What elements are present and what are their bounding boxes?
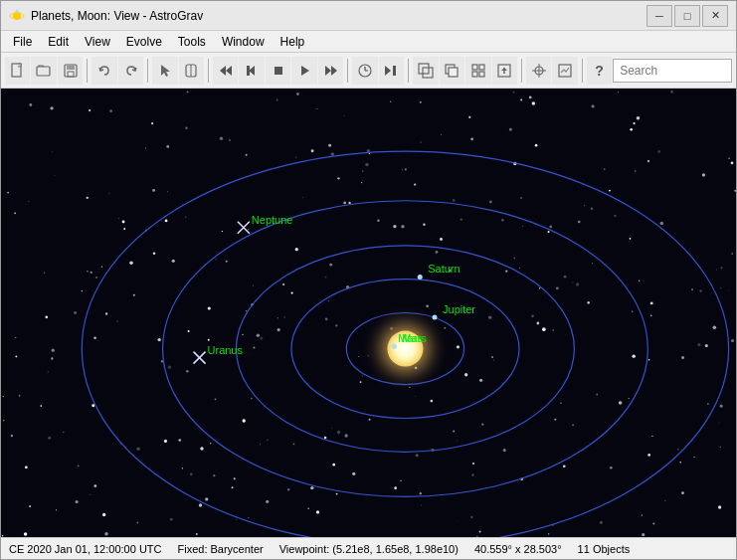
step-forward-fast-button[interactable] bbox=[318, 57, 343, 85]
open-button[interactable] bbox=[31, 57, 56, 85]
stop-button[interactable] bbox=[266, 57, 290, 85]
svg-rect-14 bbox=[275, 67, 282, 75]
hand-button[interactable] bbox=[179, 57, 204, 85]
crosshair-button[interactable] bbox=[526, 57, 551, 85]
svg-rect-30 bbox=[479, 72, 484, 77]
titlebar-left: Planets, Moon: View - AstroGrav bbox=[9, 8, 203, 24]
svg-rect-13 bbox=[247, 66, 250, 76]
redo-button[interactable] bbox=[118, 57, 143, 85]
svg-marker-10 bbox=[220, 66, 226, 76]
status-viewpoint: Viewpoint: (5.21e8, 1.65e8, 1.98e10) bbox=[279, 543, 459, 555]
status-coords: 40.559° x 28.503° bbox=[474, 543, 562, 555]
toolbar-sep-2 bbox=[147, 59, 148, 83]
status-objects: 11 Objects bbox=[578, 543, 631, 555]
menu-item-window[interactable]: Window bbox=[214, 31, 273, 52]
canvas-area bbox=[1, 89, 736, 537]
statusbar: CE 2020 Jan 01, 12:00:00 UTC Fixed: Bary… bbox=[1, 537, 736, 559]
svg-rect-6 bbox=[67, 65, 75, 70]
svg-rect-24 bbox=[423, 68, 433, 78]
svg-rect-4 bbox=[37, 67, 50, 76]
svg-marker-11 bbox=[226, 66, 232, 76]
menu-item-tools[interactable]: Tools bbox=[170, 31, 214, 52]
titlebar-controls: ─ □ ✕ bbox=[646, 5, 728, 27]
save-button[interactable] bbox=[58, 57, 83, 85]
toolbar: ? bbox=[1, 53, 736, 89]
select-mode-button[interactable] bbox=[152, 57, 177, 85]
svg-marker-17 bbox=[331, 66, 337, 76]
svg-point-1 bbox=[16, 9, 19, 12]
step-back-button[interactable] bbox=[239, 57, 264, 85]
titlebar: Planets, Moon: View - AstroGrav ─ □ ✕ bbox=[1, 1, 736, 31]
zoom-button[interactable] bbox=[413, 57, 438, 85]
status-fixed: Fixed: Barycenter bbox=[177, 543, 263, 555]
svg-rect-26 bbox=[449, 68, 458, 77]
svg-rect-28 bbox=[479, 65, 484, 70]
new-button[interactable] bbox=[5, 57, 30, 85]
svg-rect-27 bbox=[472, 65, 477, 70]
svg-rect-29 bbox=[472, 72, 477, 77]
main-window: Planets, Moon: View - AstroGrav ─ □ ✕ Fi… bbox=[0, 0, 737, 560]
help-button[interactable]: ? bbox=[587, 57, 612, 85]
toolbar-sep-1 bbox=[87, 59, 88, 83]
window-title: Planets, Moon: View - AstroGrav bbox=[31, 9, 203, 23]
search-input[interactable] bbox=[613, 59, 732, 83]
time-button[interactable] bbox=[352, 57, 377, 85]
svg-marker-33 bbox=[501, 68, 507, 71]
play-button[interactable] bbox=[291, 57, 316, 85]
grid-button[interactable] bbox=[465, 57, 490, 85]
menu-item-evolve[interactable]: Evolve bbox=[118, 31, 170, 52]
toolbar-sep-3 bbox=[208, 59, 209, 83]
copy-button[interactable] bbox=[440, 57, 464, 85]
chart-button[interactable] bbox=[552, 57, 577, 85]
maximize-button[interactable]: □ bbox=[674, 5, 700, 27]
svg-rect-22 bbox=[393, 66, 396, 76]
toolbar-sep-4 bbox=[347, 59, 348, 83]
menubar: FileEditViewEvolveToolsWindowHelp bbox=[1, 31, 736, 53]
goto-end-button[interactable] bbox=[379, 57, 404, 85]
svg-rect-23 bbox=[419, 64, 429, 74]
menu-item-file[interactable]: File bbox=[5, 31, 40, 52]
svg-marker-16 bbox=[325, 66, 331, 76]
step-back-fast-button[interactable] bbox=[213, 57, 238, 85]
toolbar-sep-5 bbox=[408, 59, 409, 83]
undo-button[interactable] bbox=[92, 57, 116, 85]
minimize-button[interactable]: ─ bbox=[646, 5, 672, 27]
close-button[interactable]: ✕ bbox=[702, 5, 728, 27]
app-icon bbox=[9, 8, 25, 24]
svg-marker-15 bbox=[301, 66, 309, 76]
svg-marker-21 bbox=[385, 66, 391, 76]
menu-item-view[interactable]: View bbox=[77, 31, 118, 52]
toolbar-sep-6 bbox=[521, 59, 522, 83]
menu-item-edit[interactable]: Edit bbox=[40, 31, 77, 52]
toolbar-sep-7 bbox=[582, 59, 583, 83]
status-date: CE 2020 Jan 01, 12:00:00 UTC bbox=[9, 543, 161, 555]
menu-item-help[interactable]: Help bbox=[273, 31, 313, 52]
svg-rect-7 bbox=[68, 72, 74, 77]
starfield-canvas bbox=[1, 89, 736, 537]
export-button[interactable] bbox=[492, 57, 517, 85]
